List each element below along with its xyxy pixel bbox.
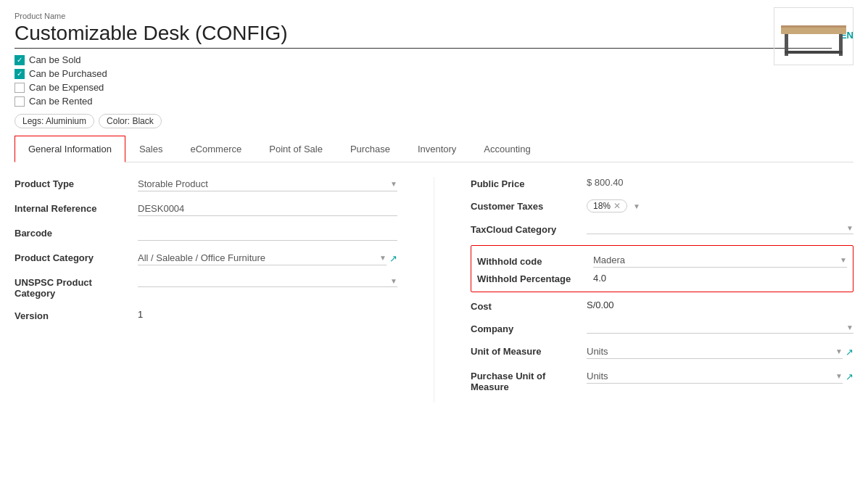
purchase-unit-label-2: Measure [471, 381, 587, 392]
product-category-external-link-icon[interactable]: ↗ [389, 253, 397, 264]
tabs-bar: General Information Sales eCommerce Poin… [15, 136, 853, 162]
product-name-label: Product Name [15, 12, 853, 20]
tab-point-of-sale[interactable]: Point of Sale [255, 136, 336, 162]
company-arrow-icon: ▼ [846, 323, 853, 331]
cost-value: S/0.00 [587, 300, 853, 310]
product-type-row: Product Type Storable Product ▼ [15, 177, 397, 191]
customer-taxes-value: 18% ✕ ▼ [587, 199, 853, 212]
unit-of-measure-arrow-icon: ▼ [835, 347, 843, 355]
internal-reference-input[interactable] [138, 202, 397, 216]
tab-sales[interactable]: Sales [125, 136, 177, 162]
purchase-unit-label-1: Purchase Unit of [471, 371, 587, 381]
withhold-code-label: Withhold code [477, 255, 593, 267]
checkbox-purchased-label: Can be Purchased [29, 68, 107, 79]
checkbox-can-be-purchased[interactable]: Can be Purchased [15, 68, 853, 79]
svg-rect-4 [785, 51, 843, 54]
checkboxes-section: Can be Sold Can be Purchased Can be Expe… [15, 54, 853, 107]
purchase-unit-text: Units [587, 371, 832, 381]
purchase-unit-arrow-icon: ▼ [835, 372, 843, 380]
customer-taxes-label: Customer Taxes [471, 199, 587, 212]
customer-taxes-row: Customer Taxes 18% ✕ ▼ [471, 199, 853, 212]
taxcloud-row: TaxCloud Category ▼ [471, 223, 853, 235]
version-row: Version 1 [15, 309, 397, 321]
unit-of-measure-select-group: Units ▼ ↗ [587, 344, 853, 359]
customer-taxes-remove-icon[interactable]: ✕ [613, 201, 621, 211]
withhold-code-value: Madera ▼ [593, 253, 847, 268]
tab-purchase[interactable]: Purchase [336, 136, 404, 162]
purchase-unit-select[interactable]: Units ▼ [587, 369, 843, 384]
checkbox-sold-label: Can be Sold [29, 54, 81, 65]
withhold-code-select[interactable]: Madera ▼ [593, 253, 847, 268]
tab-accounting[interactable]: Accounting [470, 136, 544, 162]
customer-taxes-arrow-icon[interactable]: ▼ [633, 202, 640, 210]
unit-of-measure-select[interactable]: Units ▼ [587, 344, 843, 359]
product-category-label: Product Category [15, 251, 138, 263]
barcode-input[interactable] [138, 226, 397, 241]
column-divider [434, 177, 434, 402]
purchase-unit-row: Purchase Unit of Measure Units ▼ ↗ [471, 369, 853, 392]
unspsc-row: UNSPSC Product Category ▼ [15, 276, 397, 299]
unit-of-measure-row: Unit of Measure Units ▼ ↗ [471, 344, 853, 359]
checkbox-can-be-rented[interactable]: Can be Rented [15, 96, 853, 107]
withhold-code-row: Withhold code Madera ▼ [477, 253, 847, 268]
public-price-value: $ 800.40 [587, 177, 853, 188]
product-type-select[interactable]: Storable Product ▼ [138, 177, 397, 191]
tag-color[interactable]: Color: Black [99, 114, 162, 128]
checkbox-can-be-sold[interactable]: Can be Sold [15, 54, 853, 65]
checkbox-can-be-expensed[interactable]: Can be Expensed [15, 82, 853, 93]
tab-ecommerce[interactable]: eCommerce [176, 136, 255, 162]
company-value: ▼ [587, 322, 853, 334]
withhold-percentage-text: 4.0 [593, 273, 606, 284]
unspsc-value: ▼ [138, 276, 397, 287]
product-category-arrow-icon: ▼ [379, 254, 387, 262]
barcode-row: Barcode [15, 226, 397, 241]
cost-text: S/0.00 [587, 300, 614, 310]
public-price-text: $ 800.40 [587, 177, 624, 188]
customer-taxes-badge[interactable]: 18% ✕ [587, 199, 627, 212]
product-category-text: All / Saleable / Office Furniture [138, 252, 376, 263]
form-left-column: Product Type Storable Product ▼ Internal… [15, 177, 397, 402]
internal-reference-row: Internal Reference [15, 202, 397, 216]
unit-of-measure-value: Units ▼ ↗ [587, 344, 853, 359]
public-price-row: Public Price $ 800.40 [471, 177, 853, 189]
tag-legs[interactable]: Legs: Aluminium [15, 114, 94, 128]
product-category-row: Product Category All / Saleable / Office… [15, 251, 397, 265]
public-price-label: Public Price [471, 177, 587, 189]
purchase-unit-value: Units ▼ ↗ [587, 369, 853, 384]
purchase-unit-select-group: Units ▼ ↗ [587, 369, 853, 384]
company-select[interactable]: ▼ [587, 322, 853, 334]
tab-general-information[interactable]: General Information [15, 136, 125, 162]
withhold-percentage-row: Withhold Percentage 4.0 [477, 272, 847, 284]
internal-reference-value [138, 202, 397, 216]
taxcloud-label: TaxCloud Category [471, 223, 587, 235]
taxcloud-value: ▼ [587, 223, 853, 234]
checkbox-purchased-box[interactable] [15, 69, 25, 79]
svg-rect-1 [781, 25, 846, 28]
checkbox-expensed-box[interactable] [15, 83, 25, 93]
purchase-unit-label: Purchase Unit of Measure [471, 369, 587, 392]
barcode-label: Barcode [15, 226, 138, 239]
product-type-text: Storable Product [138, 178, 387, 189]
taxcloud-select[interactable]: ▼ [587, 223, 853, 234]
taxcloud-arrow-icon: ▼ [846, 224, 853, 232]
product-image [774, 7, 853, 65]
product-type-value: Storable Product ▼ [138, 177, 397, 191]
checkbox-rented-box[interactable] [15, 96, 25, 107]
purchase-unit-external-link-icon[interactable]: ↗ [846, 371, 853, 382]
withhold-percentage-value: 4.0 [593, 273, 847, 284]
checkbox-sold-box[interactable] [15, 55, 25, 65]
tab-inventory[interactable]: Inventory [404, 136, 470, 162]
unspsc-label: UNSPSC Product Category [15, 276, 138, 299]
product-type-label: Product Type [15, 177, 138, 189]
product-category-select[interactable]: All / Saleable / Office Furniture ▼ [138, 251, 387, 265]
cost-label: Cost [471, 300, 587, 312]
form-right-column: Public Price $ 800.40 Customer Taxes 18%… [471, 177, 853, 402]
withhold-code-arrow-icon: ▼ [840, 256, 847, 264]
withhold-percentage-label: Withhold Percentage [477, 272, 593, 284]
unit-of-measure-external-link-icon[interactable]: ↗ [846, 347, 853, 358]
unspsc-select[interactable]: ▼ [138, 276, 397, 287]
unspsc-arrow-icon: ▼ [390, 277, 397, 285]
product-form: Product Name Customizable Desk (CONFIG) … [0, 0, 868, 414]
version-text: 1 [138, 309, 143, 320]
barcode-value [138, 226, 397, 241]
